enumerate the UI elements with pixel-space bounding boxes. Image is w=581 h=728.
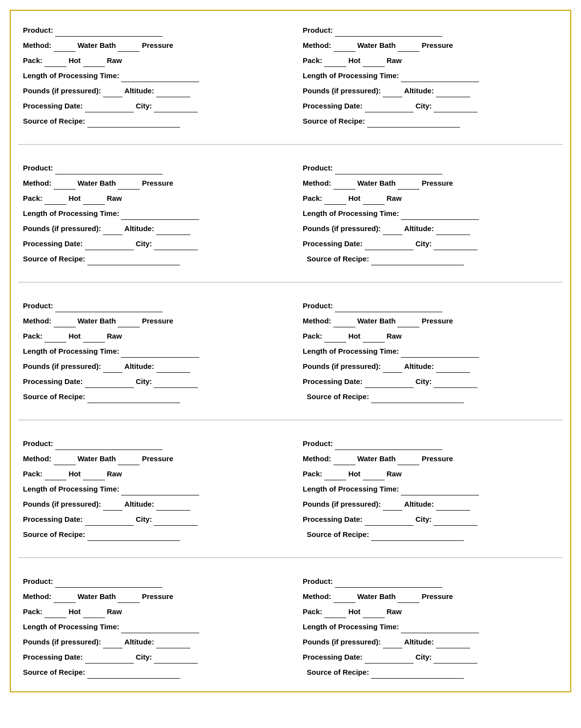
product-label-9: Product:: [23, 577, 53, 585]
product-value-5: [55, 300, 163, 312]
method-row-2: Method: Water Bath Pressure: [303, 40, 558, 52]
water-bath-8: Water Bath: [357, 454, 398, 463]
hot-label-9: Hot: [68, 607, 83, 616]
raw-label-10: Raw: [387, 607, 402, 616]
procdate-row-4: Processing Date: City:: [303, 238, 558, 250]
pack-row-7: Pack: Hot Raw: [23, 468, 278, 480]
procdate-row-10: Processing Date: City:: [303, 651, 558, 664]
length-row-3: Length of Processing Time:: [23, 208, 278, 220]
product-value-1: [55, 24, 163, 37]
altitude-label-3: Altitude:: [124, 224, 154, 233]
city-label-4: City:: [415, 239, 432, 248]
raw-label-6: Raw: [387, 332, 402, 340]
product-row-5: Product:: [23, 300, 278, 312]
length-row-9: Length of Processing Time:: [23, 621, 278, 633]
method-p-blank-4: [397, 177, 419, 190]
method-p-blank-6: [397, 315, 419, 327]
method-wb-blank-1: [54, 40, 76, 52]
source-label-9: Source of Recipe:: [23, 668, 85, 676]
product-label-5: Product:: [23, 301, 53, 310]
hot-label-4: Hot: [348, 194, 362, 202]
card-6: Product: Method: Water Bath Pressure Pac…: [298, 291, 563, 411]
procdate-value-5: [85, 376, 134, 388]
raw-label-9: Raw: [107, 607, 122, 616]
altitude-label-9: Altitude:: [124, 638, 154, 646]
procdate-label-3: Processing Date:: [23, 239, 83, 248]
source-row-7: Source of Recipe:: [23, 529, 278, 541]
product-row-4: Product:: [303, 162, 558, 174]
source-row-5: Source of Recipe:: [23, 391, 278, 403]
pounds-value-3: [103, 223, 123, 235]
source-label-4: Source of Recipe:: [307, 255, 369, 263]
water-bath-2: Water Bath: [357, 41, 398, 49]
product-row-7: Product:: [23, 438, 278, 450]
procdate-value-1: [85, 100, 134, 112]
source-row-3: Source of Recipe:: [23, 253, 278, 265]
method-label-5: Method:: [23, 317, 51, 325]
method-label-3: Method:: [23, 179, 51, 187]
procdate-row-7: Processing Date: City:: [23, 514, 278, 526]
pack-row-9: Pack: Hot Raw: [23, 606, 278, 618]
product-value-3: [55, 162, 163, 174]
length-label-10: Length of Processing Time:: [303, 622, 399, 631]
pack-label-6: Pack:: [303, 332, 322, 340]
product-label-1: Product:: [23, 26, 53, 34]
hot-label-10: Hot: [348, 607, 362, 616]
city-value-5: [154, 376, 198, 388]
pressure-7: Pressure: [142, 454, 173, 463]
source-value-6: [371, 391, 464, 403]
pounds-label-1: Pounds (if pressured):: [23, 86, 101, 95]
method-wb-blank-9: [54, 591, 76, 603]
raw-label-5: Raw: [107, 332, 122, 340]
pack-hot-blank-3: [44, 193, 66, 205]
product-row-1: Product:: [23, 24, 278, 37]
pack-row-5: Pack: Hot Raw: [23, 330, 278, 343]
card-9: Product: Method: Water Bath Pressure Pac…: [18, 567, 283, 686]
length-row-5: Length of Processing Time:: [23, 345, 278, 358]
length-label-2: Length of Processing Time:: [303, 71, 399, 80]
procdate-label-5: Processing Date:: [23, 377, 83, 385]
water-bath-5: Water Bath: [78, 317, 118, 325]
length-label-9: Length of Processing Time:: [23, 622, 119, 631]
pressure-2: Pressure: [422, 41, 453, 49]
pressure-8: Pressure: [422, 454, 453, 463]
product-value-8: [335, 438, 442, 450]
procdate-row-3: Processing Date: City:: [23, 238, 278, 250]
product-value-9: [55, 576, 163, 588]
method-wb-blank-5: [54, 315, 76, 327]
water-bath-7: Water Bath: [78, 454, 118, 463]
water-bath-10: Water Bath: [357, 592, 398, 600]
procdate-value-6: [365, 376, 414, 388]
pack-hot-blank-2: [324, 55, 346, 67]
method-row-3: Method: Water Bath Pressure: [23, 177, 278, 190]
length-row-6: Length of Processing Time:: [303, 345, 558, 358]
length-value-2: [401, 70, 479, 82]
procdate-row-2: Processing Date: City:: [303, 100, 558, 112]
procdate-label-4: Processing Date:: [303, 239, 363, 248]
pounds-value-6: [383, 361, 402, 373]
length-value-10: [401, 621, 479, 633]
pack-row-6: Pack: Hot Raw: [303, 330, 558, 343]
city-value-9: [154, 651, 198, 664]
pounds-label-3: Pounds (if pressured):: [23, 224, 101, 233]
length-value-8: [401, 483, 479, 495]
method-row-9: Method: Water Bath Pressure: [23, 591, 278, 603]
hot-label-8: Hot: [348, 470, 362, 478]
length-label-4: Length of Processing Time:: [303, 209, 399, 217]
pressure-5: Pressure: [142, 317, 173, 325]
altitude-value-5: [156, 361, 190, 373]
altitude-value-4: [436, 223, 470, 235]
method-label-9: Method:: [23, 592, 51, 600]
method-label-8: Method:: [303, 454, 331, 463]
pack-label-10: Pack:: [303, 607, 322, 616]
pack-hot-blank-9: [44, 606, 66, 618]
city-value-1: [154, 100, 198, 112]
method-p-blank-3: [118, 177, 140, 190]
pack-raw-blank-2: [363, 55, 385, 67]
procdate-label-10: Processing Date:: [303, 653, 363, 661]
product-value-4: [335, 162, 442, 174]
water-bath-4: Water Bath: [357, 179, 398, 187]
procdate-row-9: Processing Date: City:: [23, 651, 278, 664]
pounds-row-2: Pounds (if pressured): Altitude:: [303, 85, 558, 97]
product-label-10: Product:: [303, 577, 333, 585]
